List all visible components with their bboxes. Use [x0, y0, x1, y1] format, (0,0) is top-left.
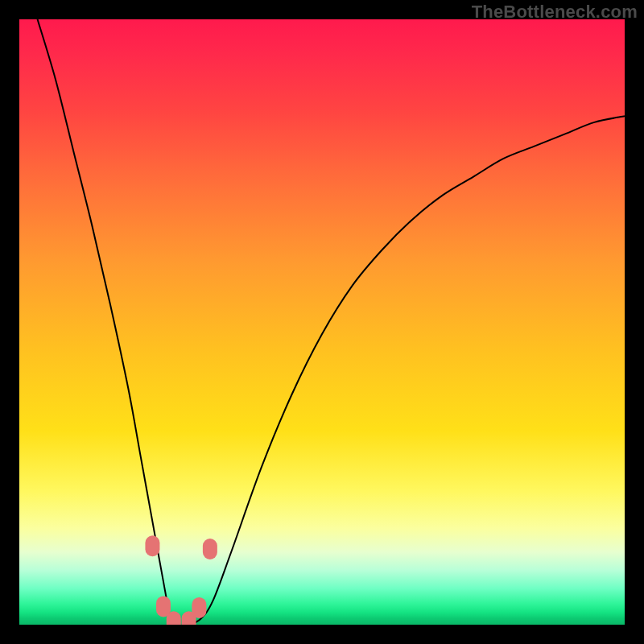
plot-area — [19, 19, 625, 625]
curve-marker — [145, 535, 159, 556]
curve-marker — [203, 539, 217, 559]
curve-svg — [19, 19, 625, 625]
bottleneck-curve — [38, 19, 625, 625]
chart-frame: TheBottleneck.com — [0, 0, 644, 644]
curve-marker — [192, 597, 206, 618]
